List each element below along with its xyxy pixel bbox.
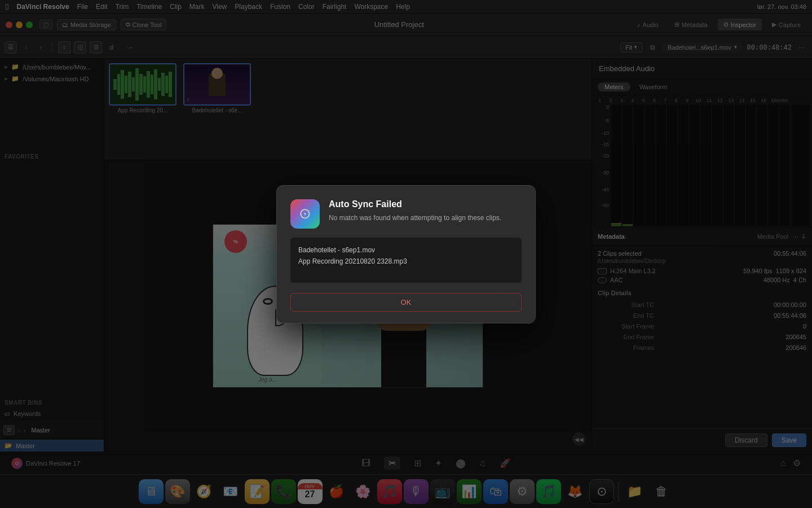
dialog-clip-list: Badehotellet - s6ep1.mov App Recording 2…	[290, 238, 522, 283]
dialog-ok-button[interactable]: OK	[290, 293, 522, 312]
dialog-clip-2: App Recording 20210820 2328.mp3	[298, 256, 514, 267]
dialog-clip-1: Badehotellet - s6ep1.mov	[298, 244, 514, 256]
dialog-text-area: Auto Sync Failed No match was found when…	[329, 199, 501, 223]
auto-sync-dialog: ⊙ Auto Sync Failed No match was found wh…	[276, 185, 536, 323]
dialog-title: Auto Sync Failed	[329, 199, 501, 209]
dialog-message: No match was found when attempting to al…	[329, 213, 501, 223]
davinci-app-icon: ⊙	[290, 199, 320, 229]
dialog-overlay: ⊙ Auto Sync Failed No match was found wh…	[0, 0, 812, 508]
dialog-header: ⊙ Auto Sync Failed No match was found wh…	[290, 199, 522, 229]
